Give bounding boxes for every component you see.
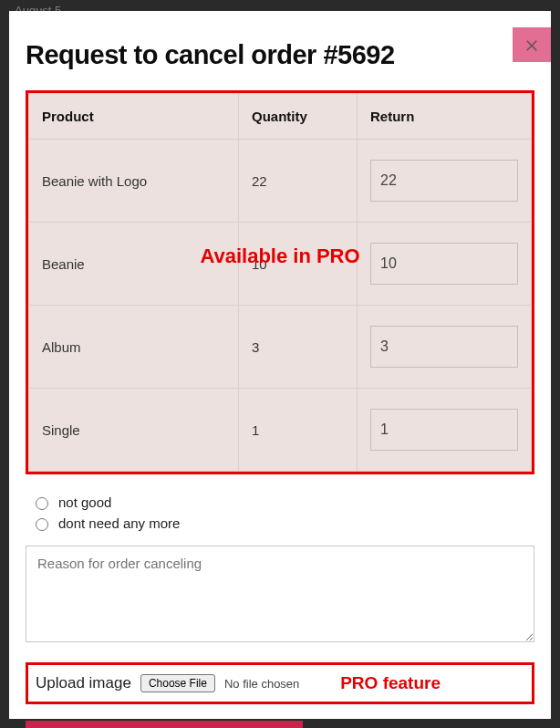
cell-quantity: 22: [239, 140, 358, 223]
close-button[interactable]: [513, 27, 551, 62]
table-header-row: Product Quantity Return: [29, 94, 532, 140]
reason-textarea[interactable]: [26, 546, 534, 642]
return-qty-input[interactable]: [370, 409, 518, 451]
col-header-return: Return: [358, 94, 532, 140]
cell-return: [358, 140, 532, 223]
return-qty-input[interactable]: [370, 326, 518, 368]
reason-option[interactable]: dont need any more: [31, 515, 534, 531]
cell-return: [358, 223, 532, 306]
products-pro-box: Product Quantity Return Beanie with Logo…: [26, 90, 534, 474]
cell-return: [358, 306, 532, 389]
products-table: Product Quantity Return Beanie with Logo…: [28, 93, 532, 472]
cell-product: Beanie: [29, 223, 239, 306]
cell-product: Album: [29, 306, 239, 389]
cancel-reason-radios: not good dont need any more: [26, 494, 534, 531]
modal-title: Request to cancel order #5692: [26, 40, 534, 70]
choose-file-button[interactable]: Choose File: [140, 674, 215, 692]
cell-product: Single: [29, 389, 239, 472]
return-qty-input[interactable]: [370, 243, 518, 285]
table-row: Beanie 10: [29, 223, 532, 306]
cell-return: [358, 389, 532, 472]
table-row: Album 3: [29, 306, 532, 389]
reason-radio[interactable]: [36, 497, 48, 510]
col-header-quantity: Quantity: [239, 94, 358, 140]
pro-feature-overlay-label: PRO feature: [340, 673, 441, 693]
table-row: Single 1: [29, 389, 532, 472]
upload-label: Upload image: [36, 674, 131, 692]
send-cancellation-button[interactable]: SEND CANCELLATION REQUEST: [26, 721, 303, 728]
upload-pro-box: Upload image Choose File No file chosen …: [26, 662, 534, 704]
cancel-order-modal: Request to cancel order #5692 Product Qu…: [9, 11, 551, 719]
reason-option[interactable]: not good: [31, 494, 534, 510]
cell-product: Beanie with Logo: [29, 140, 239, 223]
file-status-text: No file chosen: [224, 677, 299, 691]
close-icon: [524, 36, 540, 53]
return-qty-input[interactable]: [370, 160, 518, 202]
cell-quantity: 1: [239, 389, 358, 472]
cell-quantity: 10: [239, 223, 358, 306]
reason-radio[interactable]: [36, 518, 48, 531]
table-row: Beanie with Logo 22: [29, 140, 532, 223]
col-header-product: Product: [29, 94, 239, 140]
reason-label: not good: [58, 494, 111, 510]
cell-quantity: 3: [239, 306, 358, 389]
reason-label: dont need any more: [58, 515, 180, 531]
